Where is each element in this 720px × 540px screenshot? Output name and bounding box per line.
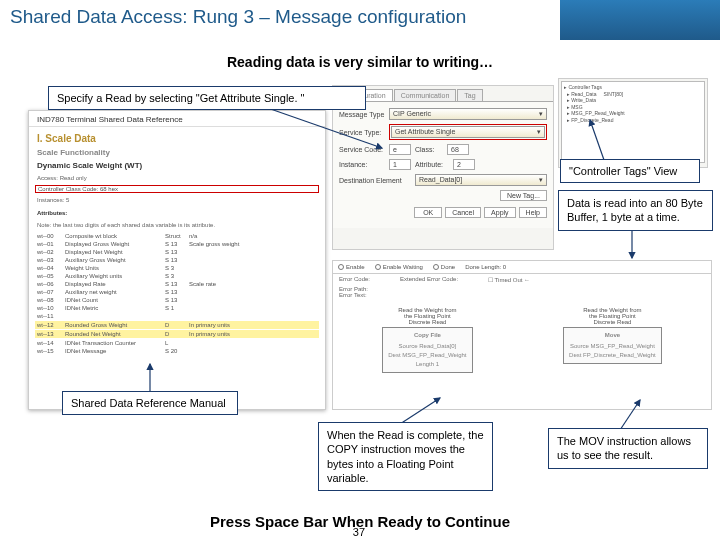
- manual-page: IND780 Terminal Shared Data Reference I.…: [28, 110, 326, 410]
- apply-button[interactable]: Apply: [484, 207, 516, 218]
- doc-row: wt--03Auxiliary Gross WeightS 13: [29, 256, 325, 264]
- callout-copy: When the Read is complete, the COPY inst…: [318, 422, 493, 491]
- doc-row: wt--13Rounded Net WeightDIn primary unit…: [35, 330, 319, 338]
- dialog-tab-comm[interactable]: Communication: [394, 89, 457, 101]
- radio-enable[interactable]: Enable: [346, 264, 365, 270]
- doc-row: wt--10IDNet MetricS 1: [29, 304, 325, 312]
- newtag-button[interactable]: New Tag...: [500, 190, 547, 201]
- doc-row: wt--06Displayed RateS 13Scale rate: [29, 280, 325, 288]
- doc-note: Note: the last two digits of each shared…: [29, 219, 325, 231]
- doc-sub2: Dynamic Scale Weight (WT): [29, 159, 325, 172]
- doc-row: wt--07Auxiliary net weightS 13: [29, 288, 325, 296]
- callout-controller-tags: "Controller Tags" View: [560, 159, 700, 183]
- msg-type-select[interactable]: CIP Generic▾: [389, 108, 547, 120]
- cop-caption: Read the Weight from the Floating Point …: [382, 307, 472, 325]
- doc-row: wt--15IDNet MessageS 20: [29, 347, 325, 355]
- controller-tags-panel: ▸ Controller Tags ▸ Read_Data SINT[80] ▸…: [558, 78, 708, 168]
- class-input[interactable]: 68: [447, 144, 469, 155]
- tags-tree: ▸ Controller Tags ▸ Read_Data SINT[80] ▸…: [561, 81, 705, 163]
- help-button[interactable]: Help: [519, 207, 547, 218]
- radio-done[interactable]: Done: [441, 264, 455, 270]
- msg-type-label: Message Type: [339, 111, 385, 118]
- doc-instances: Instances: 5: [29, 194, 325, 206]
- doc-row: wt--08IDNet CountS 13: [29, 296, 325, 304]
- doc-access: Access: Read only: [29, 172, 325, 184]
- doc-row: wt--01Displayed Gross WeightS 13Scale gr…: [29, 240, 325, 248]
- callout-mov: The MOV instruction allows us to see the…: [548, 428, 708, 469]
- service-type-select[interactable]: Get Attribute Single▾: [391, 126, 545, 138]
- doc-row: wt--12Rounded Gross WeightDIn primary un…: [35, 321, 319, 329]
- class-label: Class:: [415, 146, 443, 153]
- dest-label: Destination Element: [339, 177, 411, 184]
- done-length: Done Length: 0: [465, 264, 506, 270]
- ok-button[interactable]: OK: [414, 207, 442, 218]
- doc-class-code: Controller Class Code: 68 hex: [35, 185, 319, 193]
- service-code-label: Service Code:: [339, 146, 385, 153]
- subtitle: Reading data is very similar to writing…: [0, 54, 720, 70]
- attribute-label: Attribute:: [415, 161, 449, 168]
- instance-label: Instance:: [339, 161, 385, 168]
- slide-title: Shared Data Access: Rung 3 – Message con…: [0, 0, 560, 40]
- callout-manual: Shared Data Reference Manual: [62, 391, 238, 415]
- page-number: 37: [353, 526, 365, 538]
- doc-section: I. Scale Data: [29, 127, 325, 146]
- radio-enable-waiting[interactable]: Enable Waiting: [383, 264, 423, 270]
- mov-caption: Read the Weight from the Floating Point …: [563, 307, 662, 325]
- doc-row: wt--04Weight UnitsS 3: [29, 264, 325, 272]
- ladder-panel: Enable Enable Waiting Done Done Length: …: [332, 260, 712, 410]
- doc-sub: Scale Functionality: [29, 146, 325, 159]
- doc-header: IND780 Terminal Shared Data Reference: [29, 111, 325, 127]
- service-type-label: Service Type:: [339, 129, 385, 136]
- instance-input[interactable]: 1: [389, 159, 411, 170]
- doc-attrs-header: Attributes:: [29, 207, 325, 219]
- doc-row: wt--00Composite wt blockStructn/a: [29, 232, 325, 240]
- callout-specify-read: Specify a Read by selecting "Get Attribu…: [48, 86, 366, 110]
- doc-row: wt--14IDNet Transaction CounterL: [29, 339, 325, 347]
- doc-row: wt--02Displayed Net WeightS 13: [29, 248, 325, 256]
- dialog-tab-tag[interactable]: Tag: [457, 89, 482, 101]
- service-code-input[interactable]: e: [389, 144, 411, 155]
- slide-header: Shared Data Access: Rung 3 – Message con…: [0, 0, 720, 40]
- cancel-button[interactable]: Cancel: [445, 207, 481, 218]
- mov-block: Move Source MSG_FP_Read_Weight Dest FP_D…: [563, 327, 662, 364]
- doc-row: wt--05Auxiliary Weight unitsS 3: [29, 272, 325, 280]
- doc-row: wt--11: [29, 312, 325, 320]
- cop-block: Copy File Source Read_Data[0] Dest MSG_F…: [382, 327, 472, 373]
- callout-buffer: Data is read into an 80 Byte Buffer, 1 b…: [558, 190, 713, 231]
- attribute-input[interactable]: 2: [453, 159, 475, 170]
- dest-select[interactable]: Read_Data[0]▾: [415, 174, 547, 186]
